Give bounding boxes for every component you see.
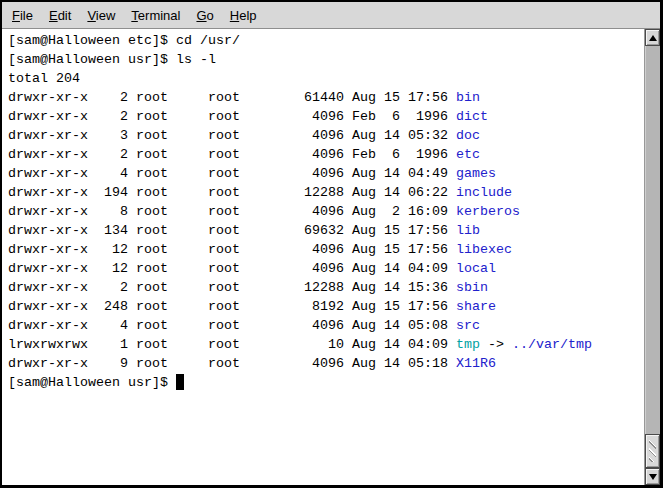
terminal-text: drwxr-xr-x 2 root root 12288 Aug 14 15:3…: [8, 280, 456, 295]
terminal-line: [sam@Halloween etc]$ cd /usr/: [8, 31, 644, 50]
down-arrow-icon: [649, 474, 657, 480]
menu-item-terminal[interactable]: Terminal: [123, 4, 188, 27]
terminal-text: drwxr-xr-x 2 root root 4096 Feb 6 1996: [8, 147, 456, 162]
terminal-line: [sam@Halloween usr]$: [8, 373, 644, 392]
directory-name: include: [456, 185, 512, 200]
terminal-line: total 204: [8, 69, 644, 88]
menu-item-help[interactable]: Help: [222, 4, 265, 27]
terminal-line: [sam@Halloween usr]$ ls -l: [8, 50, 644, 69]
terminal-cursor: [176, 374, 184, 390]
menu-item-label-rest: dit: [58, 8, 72, 23]
menu-item-mnemonic: F: [12, 8, 20, 23]
terminal-line: drwxr-xr-x 2 root root 4096 Feb 6 1996 d…: [8, 107, 644, 126]
terminal-line: drwxr-xr-x 12 root root 4096 Aug 15 17:5…: [8, 240, 644, 259]
menu-item-file[interactable]: File: [4, 4, 41, 27]
terminal-line: lrwxrwxrwx 1 root root 10 Aug 14 04:09 t…: [8, 335, 644, 354]
scrollbar[interactable]: [644, 29, 660, 485]
terminal-text: total 204: [8, 71, 80, 86]
terminal-line: drwxr-xr-x 9 root root 4096 Aug 14 05:18…: [8, 354, 644, 373]
terminal-line: drwxr-xr-x 12 root root 4096 Aug 14 04:0…: [8, 259, 644, 278]
terminal-line: drwxr-xr-x 8 root root 4096 Aug 2 16:09 …: [8, 202, 644, 221]
terminal-text: drwxr-xr-x 8 root root 4096 Aug 2 16:09: [8, 204, 456, 219]
terminal-text: drwxr-xr-x 2 root root 4096 Feb 6 1996: [8, 109, 456, 124]
directory-name: local: [456, 261, 496, 276]
terminal-text: drwxr-xr-x 2 root root 61440 Aug 15 17:5…: [8, 90, 456, 105]
window-content: [sam@Halloween etc]$ cd /usr/[sam@Hallow…: [2, 29, 660, 485]
menu-item-go[interactable]: Go: [188, 4, 221, 27]
menu-item-label-rest: iew: [96, 8, 116, 23]
terminal-text: drwxr-xr-x 3 root root 4096 Aug 14 05:32: [8, 128, 456, 143]
terminal-text: [sam@Halloween etc]$ cd /usr/: [8, 33, 240, 48]
symlink-name: tmp: [456, 337, 480, 352]
terminal-text: lrwxrwxrwx 1 root root 10 Aug 14 04:09: [8, 337, 456, 352]
terminal-text: drwxr-xr-x 4 root root 4096 Aug 14 05:08: [8, 318, 456, 333]
directory-name: lib: [456, 223, 480, 238]
terminal-line: drwxr-xr-x 134 root root 69632 Aug 15 17…: [8, 221, 644, 240]
terminal-line: drwxr-xr-x 3 root root 4096 Aug 14 05:32…: [8, 126, 644, 145]
terminal-line: drwxr-xr-x 2 root root 61440 Aug 15 17:5…: [8, 88, 644, 107]
directory-name: X11R6: [456, 356, 496, 371]
terminal-line: drwxr-xr-x 194 root root 12288 Aug 14 06…: [8, 183, 644, 202]
terminal[interactable]: [sam@Halloween etc]$ cd /usr/[sam@Hallow…: [2, 29, 644, 485]
scrollbar-thumb[interactable]: [645, 434, 660, 468]
menu-item-mnemonic: H: [230, 8, 239, 23]
directory-name: sbin: [456, 280, 488, 295]
terminal-text: drwxr-xr-x 134 root root 69632 Aug 15 17…: [8, 223, 456, 238]
terminal-line: drwxr-xr-x 4 root root 4096 Aug 14 04:49…: [8, 164, 644, 183]
terminal-line: drwxr-xr-x 2 root root 4096 Feb 6 1996 e…: [8, 145, 644, 164]
terminal-window: FileEditViewTerminalGoHelp [sam@Hallowee…: [0, 0, 663, 488]
directory-name: doc: [456, 128, 480, 143]
directory-name: games: [456, 166, 496, 181]
menu-item-edit[interactable]: Edit: [41, 4, 79, 27]
directory-name: etc: [456, 147, 480, 162]
terminal-text: drwxr-xr-x 12 root root 4096 Aug 14 04:0…: [8, 261, 456, 276]
terminal-text: [sam@Halloween usr]$ ls -l: [8, 52, 216, 67]
menu-item-mnemonic: G: [196, 8, 206, 23]
menu-item-mnemonic: V: [87, 8, 95, 23]
up-arrow-icon: [649, 35, 657, 41]
scrollbar-trough[interactable]: [645, 46, 660, 468]
directory-name: libexec: [456, 242, 512, 257]
terminal-output: [sam@Halloween etc]$ cd /usr/[sam@Hallow…: [8, 31, 644, 392]
terminal-text: drwxr-xr-x 4 root root 4096 Aug 14 04:49: [8, 166, 456, 181]
terminal-text: [sam@Halloween usr]$: [8, 375, 176, 390]
terminal-text: ->: [480, 337, 512, 352]
directory-name: ../var/tmp: [512, 337, 592, 352]
scroll-down-button[interactable]: [645, 468, 660, 485]
menu-item-view[interactable]: View: [79, 4, 123, 27]
menu-item-mnemonic: E: [49, 8, 58, 23]
terminal-line: drwxr-xr-x 248 root root 8192 Aug 15 17:…: [8, 297, 644, 316]
directory-name: bin: [456, 90, 480, 105]
directory-name: share: [456, 299, 496, 314]
terminal-line: drwxr-xr-x 2 root root 12288 Aug 14 15:3…: [8, 278, 644, 297]
terminal-text: drwxr-xr-x 12 root root 4096 Aug 15 17:5…: [8, 242, 456, 257]
thumb-grip-icon: [649, 440, 656, 462]
directory-name: kerberos: [456, 204, 520, 219]
terminal-text: drwxr-xr-x 194 root root 12288 Aug 14 06…: [8, 185, 456, 200]
menu-item-label-rest: erminal: [138, 8, 181, 23]
terminal-text: drwxr-xr-x 9 root root 4096 Aug 14 05:18: [8, 356, 456, 371]
terminal-line: drwxr-xr-x 4 root root 4096 Aug 14 05:08…: [8, 316, 644, 335]
menu-item-label-rest: o: [207, 8, 214, 23]
menu-item-label-rest: ile: [20, 8, 33, 23]
menu-item-label-rest: elp: [239, 8, 256, 23]
directory-name: src: [456, 318, 480, 333]
directory-name: dict: [456, 109, 488, 124]
menu-bar: FileEditViewTerminalGoHelp: [2, 2, 660, 29]
terminal-text: drwxr-xr-x 248 root root 8192 Aug 15 17:…: [8, 299, 456, 314]
scroll-up-button[interactable]: [645, 29, 660, 46]
